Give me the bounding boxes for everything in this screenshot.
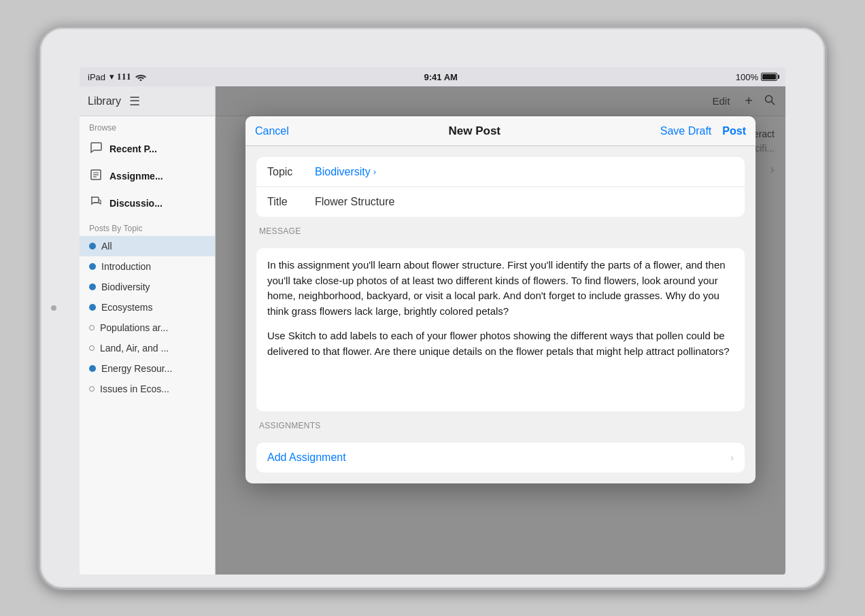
ipad-label: iPad bbox=[88, 72, 105, 82]
topic-label-populations: Populations ar... bbox=[100, 322, 168, 333]
app-area: Library ☰ Browse Recent P... Assignme... bbox=[80, 86, 785, 575]
save-draft-button[interactable]: Save Draft bbox=[660, 125, 712, 137]
title-row[interactable]: Title Flower Structure bbox=[256, 187, 745, 217]
list-icon: ☰ bbox=[129, 94, 140, 109]
bubble-icon bbox=[89, 141, 103, 156]
topic-dot-ecosystems bbox=[89, 304, 96, 311]
topic-item-all[interactable]: All bbox=[80, 236, 215, 256]
ipad-frame: iPad ▾︎ 𝟏𝟏𝟏 9:41 AM 100% bbox=[38, 26, 827, 590]
library-title: Library bbox=[88, 95, 121, 107]
topic-value-text: Biodiversity bbox=[315, 166, 371, 178]
battery-fill bbox=[762, 74, 776, 80]
topic-dot-populations bbox=[89, 325, 95, 330]
ipad-screen: iPad ▾︎ 𝟏𝟏𝟏 9:41 AM 100% bbox=[80, 67, 785, 575]
assignments-section-label: ASSIGNMENTS bbox=[256, 421, 745, 433]
title-label: Title bbox=[267, 196, 315, 208]
topic-item-introduction[interactable]: Introduction bbox=[80, 256, 215, 277]
cancel-button[interactable]: Cancel bbox=[255, 125, 289, 137]
battery-icon bbox=[761, 73, 777, 81]
topic-label-energy: Energy Resour... bbox=[101, 363, 172, 374]
message-section-label: MESSAGE bbox=[256, 226, 745, 239]
add-assignment-chevron-icon: › bbox=[730, 452, 734, 463]
discussions-label: Discussio... bbox=[109, 198, 163, 209]
sidebar: Library ☰ Browse Recent P... Assignme... bbox=[80, 86, 216, 575]
topic-item-ecosystems[interactable]: Ecosystems bbox=[80, 297, 215, 318]
browse-label: Browse bbox=[80, 116, 215, 135]
wifi-signal-icon bbox=[135, 73, 146, 81]
topic-dot-energy bbox=[89, 365, 96, 372]
status-bar: iPad ▾︎ 𝟏𝟏𝟏 9:41 AM 100% bbox=[80, 67, 785, 86]
topic-label: Topic bbox=[267, 166, 315, 178]
add-assignment-label: Add Assignment bbox=[267, 451, 346, 464]
topic-item-populations[interactable]: Populations ar... bbox=[80, 318, 215, 338]
recent-posts-label: Recent P... bbox=[109, 143, 157, 154]
topic-label-all: All bbox=[101, 241, 112, 252]
post-button[interactable]: Post bbox=[722, 125, 746, 137]
posts-by-topic-label: Posts By Topic bbox=[80, 217, 215, 236]
new-post-modal: Cancel New Post Save Draft Post bbox=[245, 116, 756, 483]
topic-label-introduction: Introduction bbox=[101, 261, 151, 272]
title-value: Flower Structure bbox=[315, 196, 734, 208]
topic-value: Biodiversity › bbox=[315, 166, 734, 178]
status-right: 100% bbox=[736, 72, 777, 82]
modal-actions: Save Draft Post bbox=[660, 125, 746, 137]
topic-dot-introduction bbox=[89, 263, 96, 270]
topic-label-land: Land, Air, and ... bbox=[100, 343, 169, 354]
modal-overlay: Cancel New Post Save Draft Post bbox=[216, 86, 785, 575]
sidebar-item-discussions[interactable]: Discussio... bbox=[80, 190, 215, 217]
topic-row[interactable]: Topic Biodiversity › bbox=[256, 157, 745, 187]
message-text: In this assignment you'll learn about fl… bbox=[267, 258, 734, 359]
message-para-2: Use Skitch to add labels to each of your… bbox=[267, 328, 734, 359]
modal-body: Topic Biodiversity › Title Flower Struct… bbox=[245, 146, 756, 483]
discussion-icon bbox=[89, 196, 103, 211]
topic-label-issues: Issues in Ecos... bbox=[100, 383, 169, 394]
topic-label-ecosystems: Ecosystems bbox=[101, 302, 152, 313]
sidebar-item-assignments[interactable]: Assignme... bbox=[80, 162, 215, 190]
status-time: 9:41 AM bbox=[424, 72, 458, 82]
add-assignment-card: Add Assignment › bbox=[256, 443, 745, 473]
message-para-1: In this assignment you'll learn about fl… bbox=[267, 258, 734, 319]
modal-navbar: Cancel New Post Save Draft Post bbox=[245, 116, 756, 146]
main-content: Edit + ns interact specifi... › bbox=[216, 86, 785, 575]
svg-point-0 bbox=[139, 80, 141, 82]
assignments-label: Assignme... bbox=[109, 171, 163, 182]
topic-dot-issues bbox=[89, 386, 95, 392]
assignment-icon bbox=[89, 169, 103, 184]
topic-item-biodiversity[interactable]: Biodiversity bbox=[80, 277, 215, 297]
modal-title: New Post bbox=[449, 124, 501, 138]
sidebar-item-recent-posts[interactable]: Recent P... bbox=[80, 135, 215, 162]
side-button bbox=[51, 305, 56, 311]
sidebar-topbar: Library ☰ bbox=[80, 86, 215, 116]
battery-percent: 100% bbox=[736, 72, 758, 82]
topic-item-issues[interactable]: Issues in Ecos... bbox=[80, 379, 215, 399]
topic-dot-biodiversity bbox=[89, 284, 96, 290]
topic-label-biodiversity: Biodiversity bbox=[101, 281, 150, 292]
topic-chevron-icon: › bbox=[373, 167, 376, 177]
wifi-icon: ▾︎ 𝟏𝟏𝟏 bbox=[109, 71, 131, 82]
topic-title-card: Topic Biodiversity › Title Flower Struct… bbox=[256, 157, 745, 217]
message-card[interactable]: In this assignment you'll learn about fl… bbox=[256, 248, 745, 411]
topic-item-land-air[interactable]: Land, Air, and ... bbox=[80, 338, 215, 358]
topic-dot-land bbox=[89, 345, 95, 351]
topic-dot-all bbox=[89, 243, 96, 250]
add-assignment-row[interactable]: Add Assignment › bbox=[256, 443, 745, 473]
status-left: iPad ▾︎ 𝟏𝟏𝟏 bbox=[88, 71, 146, 82]
topic-item-energy[interactable]: Energy Resour... bbox=[80, 358, 215, 379]
